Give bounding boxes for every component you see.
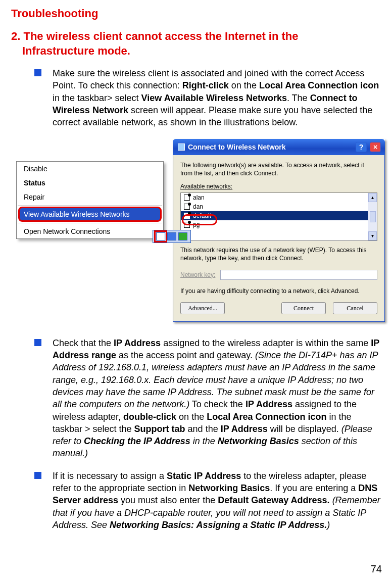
network-name: dan bbox=[193, 203, 203, 210]
subhead-line2: Infrastructure mode. bbox=[22, 44, 130, 59]
network-name: pg bbox=[193, 221, 200, 228]
dialog-title-text: Connect to Wireless Network bbox=[188, 143, 286, 151]
section-heading: 2. The wireless client cannot access the… bbox=[11, 29, 385, 58]
bullet-item-1: Make sure the wireless client is associa… bbox=[34, 67, 385, 128]
text-frag: . The bbox=[287, 93, 310, 103]
system-tray bbox=[153, 230, 191, 243]
text-frag: on the bbox=[229, 80, 259, 90]
close-button[interactable]: × bbox=[370, 142, 381, 152]
text-bold: Right-click bbox=[182, 80, 229, 90]
connect-wireless-dialog: Connect to Wireless Network ? × The foll… bbox=[173, 139, 385, 322]
scrollbar[interactable]: ▴ ▾ bbox=[368, 193, 377, 240]
text-frag: Check that the bbox=[53, 338, 114, 348]
network-key-input[interactable] bbox=[220, 270, 377, 280]
text-bold: IP Address bbox=[221, 424, 268, 434]
advanced-note: If you are having difficulty connecting … bbox=[180, 287, 377, 295]
text-frag: as the access point and gateway. bbox=[116, 350, 255, 360]
text-frag: If it is necessary to assign a bbox=[53, 471, 167, 481]
dialog-button-row: Advanced... Connect Cancel bbox=[180, 302, 377, 314]
wifi-icon bbox=[184, 195, 190, 201]
context-menu-figure: Disable Status Repair View Available Wir… bbox=[16, 161, 168, 239]
page-title: Troubleshooting bbox=[11, 7, 385, 20]
scroll-down-icon[interactable]: ▾ bbox=[368, 231, 377, 240]
dialog-titlebar: Connect to Wireless Network ? × bbox=[173, 139, 385, 155]
cancel-button[interactable]: Cancel bbox=[333, 302, 377, 314]
text-boldital: Networking Basics bbox=[218, 436, 299, 446]
ctx-item-disable[interactable]: Disable bbox=[17, 162, 163, 176]
text-frag: and the bbox=[185, 424, 221, 434]
available-networks-list[interactable]: alan dan default pg ▴ ▾ bbox=[180, 192, 377, 241]
text-bold: Local Area Connection icon bbox=[207, 412, 326, 422]
text-bold: IP Address bbox=[246, 399, 292, 409]
bullet-item-2: Check that the IP Address assigned to th… bbox=[34, 337, 385, 460]
text-bold: Support tab bbox=[134, 424, 185, 434]
square-bullet-icon bbox=[34, 69, 41, 76]
dialog-body: The following network(s) are available. … bbox=[173, 155, 385, 322]
wifi-icon bbox=[184, 204, 190, 210]
text-bold: Local Area Connection icon bbox=[259, 80, 379, 90]
wep-note: This network requires the use of a netwo… bbox=[180, 246, 377, 262]
text-frag: assigned to the wireless adapter is with… bbox=[161, 338, 371, 348]
network-item[interactable]: dan bbox=[181, 202, 377, 211]
text-bold: IP Address bbox=[114, 338, 161, 348]
tray-icon[interactable] bbox=[178, 232, 187, 240]
text-bold: Networking Basics bbox=[188, 483, 270, 493]
screenshots-row: Disable Status Repair View Available Wir… bbox=[16, 139, 385, 322]
tray-icon[interactable] bbox=[167, 232, 176, 240]
text-frag: you must also enter the bbox=[118, 495, 218, 505]
text-bold: View Available Wireless Networks bbox=[141, 93, 287, 103]
text-bold: double-click bbox=[123, 412, 176, 422]
text-frag: in the taskbar> select bbox=[53, 93, 141, 103]
scroll-up-icon[interactable]: ▴ bbox=[368, 193, 377, 202]
network-key-row: Network key: bbox=[180, 270, 377, 280]
ctx-item-open-connections[interactable]: Open Network Connections bbox=[17, 224, 163, 238]
available-networks-label: Available networks: bbox=[180, 182, 377, 190]
scroll-thumb[interactable] bbox=[370, 211, 376, 222]
text-frag: on the bbox=[176, 412, 207, 422]
network-item[interactable]: pg bbox=[181, 220, 377, 229]
ctx-item-view-networks[interactable]: View Available Wireless Networks bbox=[18, 207, 162, 222]
text-boldital: Checking the IP Address bbox=[84, 436, 190, 446]
network-key-label: Network key: bbox=[180, 271, 215, 278]
text-ital: ) bbox=[327, 520, 330, 530]
advanced-button[interactable]: Advanced... bbox=[180, 302, 225, 314]
text-bold: Default Gateway Address. bbox=[218, 495, 329, 505]
dialog-title-icon bbox=[178, 143, 185, 151]
dialog-intro: The following network(s) are available. … bbox=[180, 161, 377, 177]
bullet2-text: Check that the IP Address assigned to th… bbox=[53, 337, 381, 460]
ctx-item-status[interactable]: Status bbox=[17, 176, 163, 190]
bullet-item-3: If it is necessary to assign a Static IP… bbox=[34, 470, 385, 531]
bullet1-text: Make sure the wireless client is associa… bbox=[53, 67, 381, 128]
network-item[interactable]: alan bbox=[181, 193, 377, 202]
wifi-icon bbox=[184, 222, 190, 228]
text-frag: will be displayed. bbox=[268, 424, 341, 434]
ctx-item-repair[interactable]: Repair bbox=[17, 190, 163, 204]
subhead-line1: 2. The wireless client cannot access the… bbox=[11, 30, 299, 42]
menu-separator bbox=[18, 223, 162, 223]
square-bullet-icon bbox=[34, 472, 41, 479]
tray-network-icon[interactable] bbox=[156, 232, 165, 240]
wifi-icon bbox=[184, 213, 190, 219]
text-boldital: Networking Basics: Assigning a Static IP… bbox=[110, 520, 327, 530]
page-number: 74 bbox=[371, 563, 382, 575]
text-ital: in the bbox=[190, 436, 218, 446]
network-name: alan bbox=[193, 194, 205, 201]
connect-button[interactable]: Connect bbox=[281, 302, 326, 314]
square-bullet-icon bbox=[34, 339, 41, 346]
context-menu: Disable Status Repair View Available Wir… bbox=[16, 161, 164, 239]
help-button[interactable]: ? bbox=[356, 142, 367, 152]
text-bold: Static IP Address bbox=[167, 471, 241, 481]
menu-separator bbox=[18, 205, 162, 206]
bullet3-text: If it is necessary to assign a Static IP… bbox=[53, 470, 381, 531]
text-frag: To check the bbox=[189, 399, 246, 409]
text-frag: . If you are entering a bbox=[270, 483, 358, 493]
network-name: default bbox=[193, 212, 211, 219]
network-item-selected[interactable]: default bbox=[181, 211, 377, 220]
